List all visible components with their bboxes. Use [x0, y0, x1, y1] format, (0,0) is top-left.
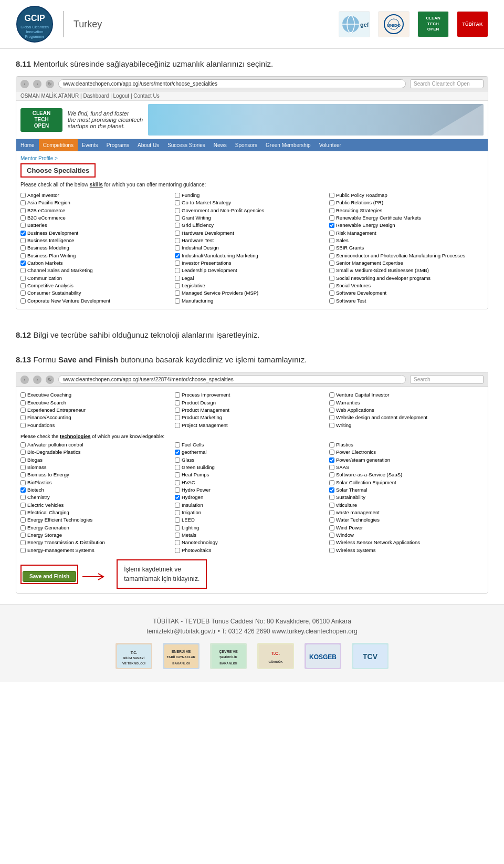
banner-image	[148, 104, 484, 136]
tech-biomass-energy: Biomass to Energy	[20, 471, 175, 478]
skill-business-model: Business Modeling	[20, 244, 175, 252]
skill-social-ventures: Social Ventures	[329, 282, 484, 289]
nav-success-stories[interactable]: Success Stories	[163, 139, 209, 151]
save-btn-container: Save and Finish	[20, 565, 106, 584]
skills-continued: Executive Coaching Executive Search Expe…	[20, 391, 484, 429]
skill-batteries: Batteries	[20, 222, 175, 229]
skill-govt-nonprofit: Government and Non-Profit Agencies	[175, 207, 329, 214]
nav-programs[interactable]: Programs	[102, 139, 133, 151]
skills-col-1-cont: Executive Coaching Executive Search Expe…	[20, 391, 175, 429]
nav-sponsors[interactable]: Sponsors	[231, 139, 261, 151]
svg-text:Global Cleantech: Global Cleantech	[20, 25, 49, 29]
callout-box: İşlemi kaydetmek ve tamamlamak için tıkl…	[117, 559, 207, 589]
footer-logo-kosgeb: KOSGEB	[304, 643, 341, 669]
refresh-btn-2[interactable]: ↻	[46, 376, 54, 384]
tech-wireless-sensor: Wireless Sensor Network Applications	[329, 539, 484, 546]
svg-text:BAKANLIĞI: BAKANLIĞI	[172, 662, 190, 665]
back-btn-2[interactable]: ‹	[20, 376, 29, 384]
skills-col-1: Angel Investor Asia Pacific Region B2B e…	[20, 192, 175, 305]
tech-bioplastics: BioPlastics	[20, 479, 175, 486]
skill-communication: Communication	[20, 275, 175, 282]
svg-text:Programme: Programme	[25, 35, 45, 39]
skills-col-2: Funding Go-to-Market Strategy Government…	[175, 192, 329, 305]
nav-about-us[interactable]: About Us	[133, 139, 163, 151]
save-btn-red-border: Save and Finish	[20, 565, 78, 584]
skill-business-dev: Business Development	[20, 230, 175, 237]
tech-energy-mgmt: Energy-management Systems	[20, 547, 175, 554]
tubitak-logo: TÜBİTAK	[457, 11, 488, 37]
tech-instructions: Please check the technologies of which y…	[20, 433, 484, 439]
skill-risk: Risk Management	[329, 230, 484, 237]
skill-renewable-cert: Renewable Energy Certificate Markets	[329, 214, 484, 222]
nav-green-membership[interactable]: Green Membership	[261, 139, 315, 151]
url-bar-2[interactable]: www.cleantechopen.com/app.cgi/users/2287…	[58, 375, 406, 384]
browser-bar-1: ‹ › ↻ www.cleantechopen.com/app.cgi/user…	[16, 77, 488, 91]
skill-recruiting: Recruiting Strategies	[329, 207, 484, 214]
skill-sales: Sales	[329, 237, 484, 244]
skill-software-test: Software Test	[329, 297, 484, 305]
tech-fuel-cells: Fuel Cells	[175, 441, 329, 449]
skill-writing: Writing	[329, 422, 484, 429]
tech-nano: Nanotechnology	[175, 539, 329, 546]
tech-window: Window	[329, 532, 484, 539]
footer-logo-tcv: TCV	[352, 643, 388, 669]
footer-line2: temiztektr@tubitak.gov.tr • T: 0312 426 …	[16, 628, 488, 635]
skill-grant-writing: Grant Writing	[175, 214, 329, 222]
tech-energy-storage: Energy Storage	[20, 532, 175, 539]
nav-home[interactable]: Home	[16, 139, 39, 151]
browser-mockup-2: ‹ › ↻ www.cleantechopen.com/app.cgi/user…	[16, 372, 488, 594]
callout-arrow-icon	[80, 571, 106, 582]
svg-text:T.C.: T.C.	[130, 651, 137, 654]
nav-volunteer[interactable]: Volunteer	[315, 139, 345, 151]
nav-news[interactable]: News	[209, 139, 231, 151]
svg-text:BAKANLIĞI: BAKANLIĞI	[219, 662, 237, 665]
skill-legislative: Legislative	[175, 282, 329, 289]
tech-pv: Photovoltaics	[175, 547, 329, 554]
tech-col-1: Air/water pollution control Bio-Degradab…	[20, 441, 175, 554]
svg-text:BİLİM SANAYİ: BİLİM SANAYİ	[123, 657, 144, 660]
tech-hydro: Hydro Power	[175, 486, 329, 494]
refresh-btn[interactable]: ↻	[46, 80, 54, 88]
tech-glass: Glass	[175, 456, 329, 464]
search-bar-1[interactable]: Search Cleantech Open	[410, 79, 484, 88]
skill-entrepreneur: Experienced Entrepreneur	[20, 407, 175, 414]
section-8-12-heading: 8.12 Bilgi ve tecrübe sahibi olduğunuz t…	[0, 320, 504, 345]
skill-renewable-design: Renewable Energy Design	[329, 222, 484, 229]
partner-logos: gef UNIDO CLEANTECHOPEN TÜBİTAK	[339, 11, 488, 37]
unido-logo: UNIDO	[378, 11, 410, 37]
svg-text:VE TEKNOLOJİ: VE TEKNOLOJİ	[122, 662, 145, 665]
page-content-1: Mentor Profile > Choose Specialties Plea…	[16, 151, 488, 309]
skill-exec-coaching: Executive Coaching	[20, 391, 175, 399]
tech-water: Water Technologies	[329, 516, 484, 524]
banner-text: We find, fund and foster the most promis…	[68, 110, 143, 129]
breadcrumb-1: Mentor Profile >	[20, 155, 484, 161]
tech-solar-thermal: Solar Thermal	[329, 486, 484, 494]
browser2-content: Executive Coaching Executive Search Expe…	[16, 387, 488, 593]
skill-project-mgmt: Project Management	[175, 422, 329, 429]
tech-insulation: Insulation	[175, 502, 329, 509]
skill-b2b: B2B eCommerce	[20, 207, 175, 214]
cleantech-open-site-logo: CLEANTECHOPEN	[20, 108, 62, 132]
skill-corporate-new: Corporate New Venture Development	[20, 297, 175, 305]
url-bar-1[interactable]: www.cleantechopen.com/app.cgi/users/ment…	[58, 79, 406, 88]
tech-viticulture: viticulture	[329, 502, 484, 509]
save-and-finish-button[interactable]: Save and Finish	[23, 571, 76, 582]
tech-hvac: HVAC	[175, 479, 329, 486]
svg-text:ŞEHİRCİLİK: ŞEHİRCİLİK	[219, 655, 237, 659]
skill-public-policy: Public Policy Roadmap	[329, 192, 484, 199]
instructions-1: Please check all of the below skills for…	[20, 182, 484, 188]
svg-text:gef: gef	[360, 22, 369, 28]
forward-btn[interactable]: ›	[33, 80, 41, 88]
forward-btn-2[interactable]: ›	[33, 376, 41, 384]
tech-wind: Wind Power	[329, 524, 484, 532]
skill-industrial-mfg: Industrial/Manufacturing Marketing	[175, 252, 329, 259]
nav-competitions[interactable]: Competitions	[39, 139, 78, 151]
skill-go-to-market: Go-to-Market Strategy	[175, 199, 329, 206]
skill-vc: Venture Capital Investor	[329, 391, 484, 399]
nav-events[interactable]: Events	[78, 139, 102, 151]
tech-electric-vehicles: Electric Vehicles	[20, 502, 175, 509]
search-bar-2[interactable]: Search	[410, 375, 484, 384]
tech-hydrogen: Hydrogen	[175, 494, 329, 501]
back-btn[interactable]: ‹	[20, 80, 29, 88]
top-header: GCIP Global Cleantech Innovation Program…	[0, 0, 504, 49]
